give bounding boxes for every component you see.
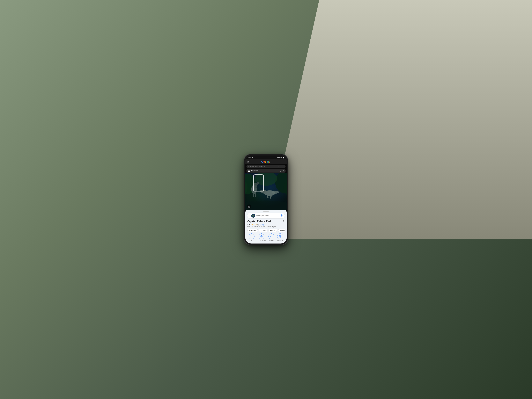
card-handle — [263, 211, 269, 212]
share-icon-svg — [270, 235, 273, 238]
thumbnail-dino-svg — [251, 214, 255, 218]
mic-svg — [281, 214, 283, 217]
svg-point-26 — [270, 236, 271, 237]
share-label: SHARE — [269, 240, 274, 241]
search-label: Add to your search — [256, 215, 279, 217]
place-description: Park and garden in London, England · Ope… — [247, 226, 285, 228]
camera-overlay-button[interactable]: 📷 — [247, 205, 251, 209]
svg-line-28 — [271, 237, 272, 237]
dino-ar-area: 📷 — [245, 173, 287, 210]
place-name: Crystal Palace Park — [247, 220, 272, 223]
rating-number: 4.5 — [247, 224, 250, 226]
camera-icon: 📷 — [248, 205, 250, 208]
call-action[interactable]: CALL — [249, 233, 254, 241]
tabs-row: Overview Tickets Photos Reviews — [247, 229, 285, 232]
share-action[interactable]: SHARE — [268, 233, 274, 241]
directions-action[interactable]: DIRECTIONS — [257, 233, 266, 241]
url-bar[interactable]: ⌂ google.com/search?clir/ + ⬡ ⋮ — [247, 165, 285, 168]
wikipedia-tab[interactable]: W Wikipedia ⋮ ✕ — [247, 169, 285, 173]
share-icon-circle — [268, 233, 274, 239]
actions-row: CALL DIRECTIONS — [247, 233, 285, 241]
google-logo: Google — [261, 160, 270, 163]
website-action[interactable]: WEBSITE — [277, 233, 283, 241]
svg-rect-22 — [281, 214, 282, 216]
directions-icon-circle — [259, 233, 264, 239]
phone-screen: 12:04 ▲ ▾▾ 91% ▮ ✕ Google ⋮ ⌂ google.c — [245, 155, 287, 244]
website-icon-svg — [279, 235, 281, 238]
svg-point-27 — [272, 237, 272, 238]
place-menu-icon[interactable]: ⋮ — [282, 220, 285, 223]
directions-label: DIRECTIONS — [257, 240, 266, 241]
app-header: ✕ Google ⋮ — [245, 159, 287, 164]
tab-tickets[interactable]: Tickets — [259, 229, 267, 232]
wikipedia-title: Wikipedia — [251, 170, 258, 172]
svg-rect-18 — [245, 173, 287, 210]
scene: 12:04 ▲ ▾▾ 91% ▮ ✕ Google ⋮ ⌂ google.c — [0, 0, 532, 399]
website-label: WEBSITE — [277, 240, 283, 241]
call-icon-circle — [249, 233, 254, 239]
tab-reviews[interactable]: Reviews — [278, 229, 285, 232]
call-icon-svg — [250, 235, 253, 238]
mic-icon[interactable] — [280, 214, 283, 217]
google-g-logo: G — [249, 214, 250, 217]
status-icons: ▲ ▾▾ 91% ▮ — [275, 157, 284, 159]
status-time: 12:04 — [248, 157, 253, 159]
dino-scene-svg — [245, 173, 287, 210]
home-icon: ⌂ — [248, 166, 249, 167]
tab-count: ⬡ — [280, 166, 281, 167]
svg-line-29 — [271, 236, 272, 236]
tab-photos[interactable]: Photos — [268, 229, 277, 232]
call-label: CALL — [250, 240, 253, 241]
tab-overview[interactable]: Overview — [247, 229, 258, 232]
status-bar: 12:04 ▲ ▾▾ 91% ▮ — [245, 155, 287, 159]
svg-point-25 — [272, 235, 272, 236]
rating-row: 4.5 ★★★★½ i (12K) — [247, 224, 285, 226]
wiki-menu-icon[interactable]: ⋮ — [280, 170, 281, 172]
search-row[interactable]: G Add to your search — [247, 213, 285, 219]
bottom-card: G Add to your search — [245, 210, 287, 244]
search-thumbnail — [251, 214, 255, 218]
phone: 12:04 ▲ ▾▾ 91% ▮ ✕ Google ⋮ ⌂ google.c — [244, 154, 288, 245]
wikipedia-favicon: W — [248, 170, 250, 172]
battery-icon: ▮ — [283, 157, 284, 159]
url-text: google.com/search?clir/ — [250, 166, 277, 167]
close-button[interactable]: ✕ — [247, 161, 249, 163]
info-icon[interactable]: i — [257, 224, 259, 226]
review-count[interactable]: (12K) — [260, 224, 264, 225]
battery-text: 91% — [279, 157, 282, 159]
signal-icon: ▲ — [275, 157, 277, 159]
wiki-close-icon[interactable]: ✕ — [283, 170, 284, 172]
stars: ★★★★½ — [250, 224, 257, 226]
header-menu-icon[interactable]: ⋮ — [283, 161, 285, 163]
svg-point-21 — [252, 215, 254, 217]
website-icon-circle — [277, 233, 283, 239]
place-header: Crystal Palace Park ⋮ — [247, 220, 285, 223]
add-tab-button[interactable]: + — [278, 166, 279, 167]
directions-icon-svg — [260, 235, 263, 238]
url-menu-icon[interactable]: ⋮ — [282, 166, 284, 167]
wifi-icon: ▾▾ — [277, 157, 279, 159]
